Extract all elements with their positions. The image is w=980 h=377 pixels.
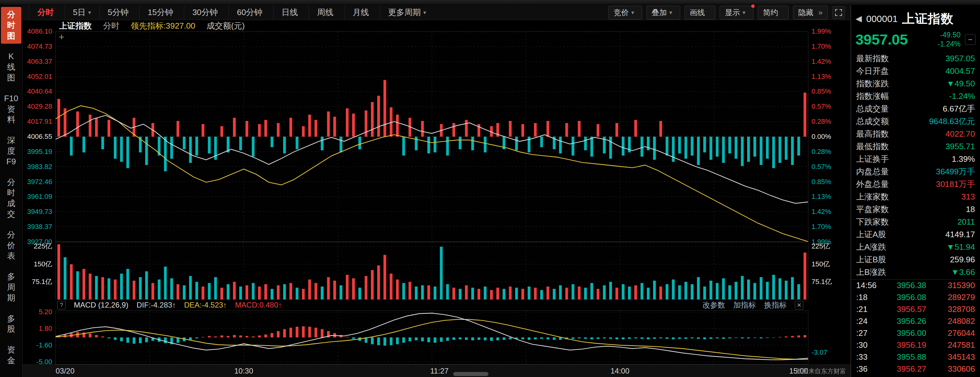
back-arrow-icon[interactable]: ◀ — [856, 14, 862, 24]
period-tab-label: 日线 — [282, 7, 298, 18]
axis-label: 1.42% — [811, 58, 831, 65]
quote-detail-value: 6.67亿手 — [943, 103, 975, 115]
chart-tool-button[interactable]: 简约 — [758, 6, 789, 19]
watermark: 截图来自东方财富 — [796, 367, 846, 375]
axis-label: -1.60 — [37, 342, 52, 349]
tick-row: 14:56 3956.38 315390 — [851, 280, 980, 291]
sidebar-item[interactable]: 分 价 表 — [0, 227, 22, 264]
tick-price: 3955.88 — [886, 352, 937, 362]
chart-column: 分时 5日 ▾ 5分钟 — [22, 5, 851, 377]
scrollbar-thumb[interactable] — [453, 372, 488, 376]
period-tab[interactable]: 5分钟 — [99, 5, 139, 20]
quote-price-row: 3957.05 -49.50 -1.24% − — [851, 29, 980, 52]
tick-price: 3956.38 — [886, 280, 937, 290]
axis-label: 4052.01 — [27, 73, 52, 80]
sidebar-item[interactable]: 多 周 期 — [0, 269, 22, 306]
quote-detail-label: 最新指数 — [856, 53, 889, 64]
axis-label: 1.70% — [811, 43, 831, 50]
chart-tool-button[interactable]: 画线 — [684, 6, 715, 19]
period-tabs: 分时 5日 ▾ 5分钟 — [29, 5, 434, 20]
axis-label: 1.80 — [39, 325, 52, 332]
double-chevron-icon: » — [818, 8, 822, 17]
macd-chart-plot[interactable] — [55, 310, 808, 364]
axis-label: 150亿 — [33, 261, 52, 268]
sidebar-item[interactable]: F10 资 料 — [0, 91, 22, 127]
period-tab[interactable]: 月线 — [344, 5, 380, 20]
minimize-icon[interactable]: − — [965, 34, 975, 45]
period-tab[interactable]: 更多周期 ▾ — [380, 5, 434, 20]
period-tab[interactable]: 日线 — [273, 5, 309, 20]
price-change-block: -49.50 -1.24% — [937, 30, 961, 49]
quote-detail-value: 18 — [966, 205, 975, 214]
period-tab[interactable]: 分时 — [29, 5, 64, 20]
axis-label: 1.70% — [811, 223, 831, 230]
fullscreen-button[interactable] — [832, 6, 845, 19]
tick-list[interactable]: 14:56 3956.38 315390 :18 3956.08 289279 … — [851, 279, 980, 377]
quote-detail-label: 指数涨幅 — [856, 91, 889, 102]
price-chart-plot[interactable]: + — [55, 32, 808, 242]
quote-detail-value: 313 — [961, 192, 975, 202]
macd-axis-right: -3.07 — [808, 310, 851, 364]
tick-volume: 345143 — [937, 352, 975, 362]
chart-tool-button[interactable]: 竞价 ▾ — [608, 6, 642, 19]
tick-price: 3956.27 — [886, 364, 937, 374]
quote-detail-value: 3957.05 — [945, 54, 975, 64]
tick-volume: 289279 — [937, 293, 975, 302]
period-tab[interactable]: 15分钟 — [139, 5, 184, 20]
edit-params-button[interactable]: 改参数 — [702, 300, 725, 310]
sidebar-item[interactable]: 分 时 图 — [1, 7, 21, 44]
sidebar-item[interactable]: 分 时 成 交 — [0, 175, 22, 222]
quote-detail-row: 下跌家数 2011 — [851, 216, 980, 228]
volume-chart-plot[interactable] — [55, 242, 808, 300]
quote-detail-label: 上证B股 — [856, 254, 886, 265]
switch-indicator-button[interactable]: 换指标 — [764, 300, 787, 310]
indicator-title: MACD (12,26,9) — [74, 301, 128, 309]
quote-detail-row: 指数涨跌 ▼49.50 — [851, 78, 980, 90]
tick-price: 3956.08 — [886, 293, 937, 302]
chart-tool-button[interactable]: 叠加 ▾ — [646, 6, 680, 19]
quote-detail-label: 指数涨跌 — [856, 78, 889, 89]
tick-volume: 276044 — [937, 328, 975, 338]
chart-tool-label: 竞价 — [614, 8, 629, 17]
sidebar-item[interactable]: 多 股 — [0, 311, 22, 337]
macd-chart-panel: 5.201.80-1.60-5.00 -3.07 — [22, 310, 851, 364]
chart-tool-button[interactable]: 显示 ▾ — [720, 6, 753, 19]
sidebar-item[interactable]: 深 度 F9 — [0, 133, 22, 169]
axis-label: 0.85% — [811, 88, 831, 95]
help-icon[interactable]: ? — [57, 301, 66, 309]
legend-mode: 分时 — [103, 21, 119, 32]
quote-detail-value: 4004.57 — [945, 66, 975, 76]
chart-tool-button[interactable]: 隐藏 » — [793, 6, 828, 19]
axis-label: 75.1亿 — [32, 278, 52, 285]
quote-detail-row: 最低指数 3955.71 — [851, 140, 980, 153]
chart-legend: 上证指数 分时 领先指标:3927.00 成交额(元) — [22, 20, 851, 32]
price-chart-svg — [56, 32, 808, 242]
price-change: -49.50 — [940, 30, 961, 40]
left-sidebar: 分 时 图 K 线 图 F10 资 料 深 度 F9 分 时 成 交 分 价 表… — [0, 5, 22, 377]
price-change-percent: -1.24% — [937, 40, 961, 49]
period-tab[interactable]: 5日 ▾ — [64, 5, 99, 20]
period-tab-label: 30分钟 — [192, 7, 218, 18]
chevron-down-icon: ▾ — [88, 9, 91, 16]
period-tab[interactable]: 周线 — [309, 5, 344, 20]
quote-detail-row: 上A涨跌 ▼51.94 — [851, 241, 980, 253]
tick-price: 3956.00 — [886, 328, 937, 338]
quote-detail-row: 上涨家数 313 — [851, 191, 980, 203]
axis-label: 4063.37 — [27, 58, 52, 65]
close-icon[interactable]: × — [795, 301, 803, 309]
quote-detail-value: 9648.63亿元 — [929, 116, 975, 127]
sidebar-item[interactable]: 资 金 — [0, 342, 22, 369]
add-indicator-button[interactable]: 加指标 — [733, 300, 756, 310]
macd-dea-value: DEA:-4.523↑ — [184, 301, 227, 309]
period-tab[interactable]: 60分钟 — [229, 5, 273, 20]
axis-label: 5.20 — [39, 309, 52, 315]
last-price: 3957.05 — [856, 31, 908, 48]
tick-volume: 330606 — [937, 364, 975, 374]
quote-detail-label: 外盘总量 — [856, 179, 889, 190]
sidebar-item[interactable]: K 线 图 — [0, 49, 22, 86]
crosshair-icon: + — [59, 32, 64, 42]
period-tab[interactable]: 30分钟 — [184, 5, 229, 20]
axis-label: 3995.19 — [27, 148, 52, 155]
period-tab-label: 周线 — [317, 7, 334, 18]
quote-detail-row: 内盘总量 36499万手 — [851, 165, 980, 178]
